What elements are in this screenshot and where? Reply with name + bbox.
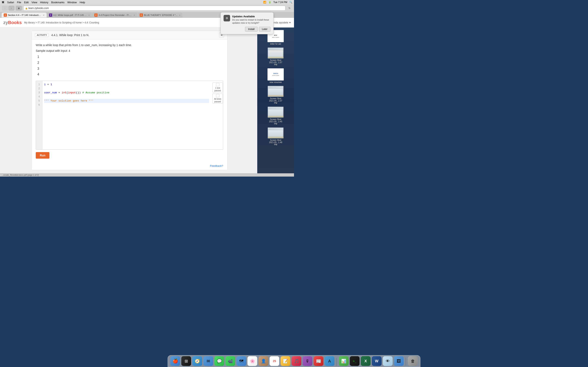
later-button[interactable]: Later [259, 27, 270, 32]
activity-card: ACTIVITY 4.4.1. While loop: Print 1 to N… [31, 31, 227, 170]
tab-3-label: 4-4 Project One Reminder - IT-140-J5100 … [99, 14, 132, 16]
tab-4-close[interactable]: ✕ [179, 14, 181, 16]
letter-icon-label: letter for aid [270, 43, 281, 45]
content-area[interactable]: ACTIVITY 4.4.1. While loop: Print 1 to N… [0, 27, 257, 173]
menu-safari[interactable]: Safari [7, 1, 14, 4]
code-content[interactable]: i = 1 user_num = int(input()) # Assume p… [43, 81, 211, 150]
address-bar[interactable]: 🔒 learn.zybooks.com [23, 6, 285, 11]
tab-2-label: 4.2. While loops.pdf : IT IT-145 : South… [53, 14, 87, 16]
screenshot2-thumbnail [268, 86, 284, 97]
notification-app-icon: ⚙ [224, 15, 230, 21]
forward-button[interactable]: › [9, 6, 14, 10]
tab-1[interactable]: C Section 4.4 – IT 140: Introduction to … [2, 13, 47, 17]
feedback-link[interactable]: Feedback? [210, 164, 223, 167]
browser-toolbar: ‹ › ⊞ 🔒 learn.zybooks.com ↻ [0, 4, 294, 12]
tab-1-label: Section 4.4 – IT 140: Introduction to Sc… [8, 14, 42, 16]
menu-edit[interactable]: Edit [24, 1, 29, 4]
desktop-icon-screenshot1[interactable]: Screen Shot 2021-05...1.57 PM [259, 47, 292, 67]
line-num-1: 1 [36, 83, 42, 87]
menu-bar: ⌘ Safari File Edit View History Bookmark… [0, 0, 294, 4]
install-button[interactable]: Install [245, 27, 258, 32]
menu-bar-right: 📶 🔋 Tue 7:24 PM 🔍 [263, 1, 292, 4]
notification-title: Updates Available [232, 15, 270, 18]
logo-books: Books [8, 20, 22, 25]
lock-icon: 🔒 [25, 7, 27, 9]
desktop-icon-screenshot3[interactable]: Screen Shot 2021-05...2.45 PM [259, 106, 292, 126]
test-checkbox-2 [216, 94, 219, 97]
desktop-icon-resume[interactable]: .DOCX resume content new resumee [259, 67, 292, 84]
menu-help[interactable]: Help [80, 1, 85, 4]
output-line-2: 2 [37, 60, 223, 66]
dropdown-chevron-icon: ▾ [289, 21, 291, 24]
resume-icon-thumbnail: .DOCX resume content [268, 68, 284, 81]
tab-2[interactable]: Y 4.2. While loops.pdf : IT IT-145 : Sou… [47, 13, 92, 17]
tab-1-close[interactable]: ✕ [43, 14, 44, 16]
test-passed-label: 1 testpassed [214, 87, 221, 92]
activity-badge: ACTIVITY [35, 33, 49, 37]
clock: Tue 7:24 PM [273, 1, 287, 4]
tab-3-favicon: C [94, 13, 98, 17]
output-line-1: 1 [37, 54, 223, 60]
code-line-empty-9 [44, 140, 209, 144]
screenshot3-label: Screen Shot 2021-05...2.45 PM [268, 118, 284, 125]
zybooks-logo: zyBooks [3, 20, 22, 25]
line-num-2: 2 [36, 87, 42, 91]
activity-footer: Feedback? [32, 163, 227, 170]
tab-3[interactable]: C 4-4 Project One Reminder - IT-140-J510… [92, 13, 137, 17]
resume-icon-label: new resumee [269, 81, 282, 83]
line-num-5: 5 [36, 99, 42, 103]
tab-2-close[interactable]: ✕ [88, 14, 90, 16]
menu-file[interactable]: File [17, 1, 21, 4]
notification-content: Updates Available Do you want to restart… [232, 15, 270, 25]
test-checkbox-1 [216, 83, 219, 86]
code-line-3: user_num = int(input()) # Assume positiv… [44, 91, 209, 95]
menu-bookmarks[interactable]: Bookmarks [51, 1, 65, 4]
user-name: linda ayodele [273, 21, 288, 24]
breadcrumb: My library > IT 140: Introduction to Scr… [24, 21, 99, 24]
screenshot1-thumbnail [268, 48, 284, 58]
code-line-empty-3 [44, 115, 209, 119]
refresh-button[interactable]: ↻ [287, 6, 292, 10]
wifi-icon: 📶 [263, 1, 266, 4]
test-indicators: 1 testpassed All testspassed [211, 81, 223, 150]
run-button[interactable]: Run [36, 152, 49, 159]
notification-header: ⚙ Updates Available Do you want to resta… [224, 15, 270, 25]
code-line-empty-10 [44, 144, 209, 148]
search-icon[interactable]: 🔍 [289, 1, 292, 4]
screenshot2-label: Screen Shot 2021-05...2.37 PM [268, 98, 284, 104]
code-editor[interactable]: 1 2 3 4 5 6 i = 1 user_num = int(input()… [36, 81, 223, 150]
menu-window[interactable]: Window [67, 1, 77, 4]
code-line-empty-5 [44, 123, 209, 127]
apple-menu[interactable]: ⌘ [2, 1, 4, 4]
menu-history[interactable]: History [40, 1, 48, 4]
line-numbers: 1 2 3 4 5 6 [36, 81, 43, 150]
sample-output: 1 2 3 4 [36, 54, 223, 77]
code-line-6 [44, 103, 209, 107]
status-bar: ...ocode_Revisited.docx.pdf (page 1 of 2… [0, 173, 294, 176]
all-tests-passed-badge: All testspassed [212, 94, 223, 103]
screenshot3-thumbnail [268, 107, 284, 118]
screenshot4-thumbnail [268, 127, 284, 138]
notification-buttons: Install Later [224, 27, 270, 32]
test-passed-badge: 1 testpassed [212, 83, 223, 92]
line-num-3: 3 [36, 91, 42, 95]
line-num-4: 4 [36, 95, 42, 99]
back-button[interactable]: ‹ [2, 6, 8, 10]
all-tests-label: All testspassed [214, 98, 221, 103]
sidebar-toggle[interactable]: ⊞ [16, 6, 22, 10]
tab-3-close[interactable]: ✕ [134, 14, 135, 16]
line-num-6: 6 [36, 103, 42, 107]
url-text: learn.zybooks.com [28, 7, 49, 9]
menu-bar-left: ⌘ Safari File Edit View History Bookmark… [2, 1, 85, 4]
activity-header: ACTIVITY 4.4.1. While loop: Print 1 to N… [32, 31, 227, 39]
menu-view[interactable]: View [31, 1, 37, 4]
code-editor-wrapper: 1 2 3 4 5 6 i = 1 user_num = int(input()… [36, 81, 223, 150]
output-line-3: 3 [37, 66, 223, 72]
code-line-empty-2 [44, 111, 209, 115]
desktop-icon-screenshot2[interactable]: Screen Shot 2021-05...2.37 PM [259, 85, 292, 105]
activity-title: 4.4.1. While loop: Print 1 to N. [51, 33, 89, 37]
desktop-icon-screenshot4[interactable]: Screen Shot 2021-05...1.48 PM [259, 127, 292, 147]
code-line-1: i = 1 [44, 83, 209, 87]
tab-4[interactable]: C BLUE THERAPY: EPISODE 4 *R... ✕ [138, 13, 182, 17]
battery-icon: 🔋 [268, 1, 271, 4]
